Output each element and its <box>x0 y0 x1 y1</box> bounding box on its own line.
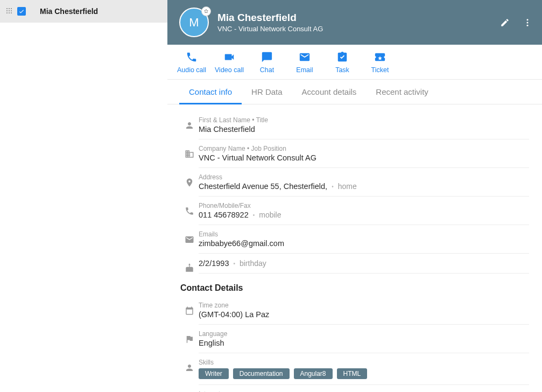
star-icon <box>203 9 209 14</box>
phone-field-icon <box>185 206 194 216</box>
edit-icon[interactable] <box>500 18 510 27</box>
favorite-badge[interactable] <box>201 6 211 16</box>
tabs: Contact info HR Data Account details Rec… <box>167 80 542 104</box>
drag-handle-icon[interactable] <box>6 8 13 15</box>
chat-button[interactable]: Chat <box>248 51 286 74</box>
skills-field-label: Skills <box>199 359 529 366</box>
cake-icon <box>185 263 194 273</box>
chat-icon <box>261 51 273 63</box>
tab-recent-activity[interactable]: Recent activity <box>366 80 438 104</box>
person-skills-icon <box>185 363 194 373</box>
header-actions <box>500 18 532 27</box>
audio-call-label: Audio call <box>177 66 206 74</box>
task-icon <box>336 51 348 63</box>
ticket-button[interactable]: Ticket <box>361 51 399 74</box>
video-icon <box>223 51 235 63</box>
skills-chips: Writer Documentation Angular8 HTML <box>199 367 529 379</box>
more-icon[interactable] <box>523 18 532 27</box>
task-label: Task <box>335 66 349 74</box>
contact-list-sidebar: Mia Chesterfield <box>0 0 167 392</box>
email-button[interactable]: Email <box>286 51 323 74</box>
svg-point-1 <box>527 22 529 23</box>
tab-contact-info[interactable]: Contact info <box>179 80 242 104</box>
email-field-label: Emails <box>199 230 529 238</box>
birthday-field-meta: birthday <box>240 259 266 268</box>
tab-hr-data[interactable]: HR Data <box>242 80 292 104</box>
person-icon <box>185 121 194 130</box>
name-field-value: Mia Chesterfield <box>199 125 255 134</box>
chat-label: Chat <box>260 66 274 74</box>
phone-icon <box>186 51 198 63</box>
calendar-icon <box>185 306 194 316</box>
timezone-field-label: Time zone <box>199 302 529 309</box>
phone-field-label: Phone/Mobile/Fax <box>199 202 529 209</box>
contact-detail-panel: M Mia Chesterfield VNC - Virtual Network… <box>167 0 542 392</box>
company-field-label: Company Name • Job Position <box>199 145 529 152</box>
location-icon <box>185 178 194 187</box>
contact-list-item-label: Mia Chesterfield <box>40 7 98 16</box>
video-call-button[interactable]: Video call <box>210 51 248 74</box>
email-icon <box>299 51 311 63</box>
action-bar: Audio call Video call Chat Email Task Ti… <box>167 45 542 80</box>
skill-chip[interactable]: Documentation <box>233 368 290 379</box>
field-skills: Skills Writer Documentation Angular8 HTM… <box>180 355 529 385</box>
phone-field-meta: mobile <box>259 211 281 219</box>
svg-point-2 <box>527 24 529 26</box>
address-field-meta: home <box>338 182 357 191</box>
skill-chip[interactable]: Angular8 <box>294 368 333 379</box>
email-field-icon <box>185 235 194 244</box>
field-address: Address Chesterfield Avenue 55, Chesterf… <box>180 170 529 197</box>
select-contact-checkbox[interactable] <box>17 7 26 16</box>
address-field-value: Chesterfield Avenue 55, Chesterfield, <box>199 182 327 191</box>
video-call-label: Video call <box>215 66 244 74</box>
language-field-value: English <box>199 339 224 347</box>
contact-name: Mia Chesterfield <box>217 12 323 24</box>
tab-account-details[interactable]: Account details <box>292 80 367 104</box>
skill-chip[interactable]: Writer <box>199 368 229 379</box>
building-icon <box>185 149 194 159</box>
field-birthday: 2/2/1993 • birthday <box>180 256 529 274</box>
field-timezone: Time zone (GMT-04:00) La Paz <box>180 298 529 325</box>
header-text: Mia Chesterfield VNC - Virtual Network C… <box>217 12 323 33</box>
email-field-value: zimbabye66@gmail.com <box>199 239 284 248</box>
contact-details-title: Contact Details <box>180 283 529 293</box>
phone-field-value: 011 45678922 <box>199 211 249 219</box>
timezone-field-value: (GMT-04:00) La Paz <box>199 310 269 319</box>
task-button[interactable]: Task <box>323 51 361 74</box>
contact-list-item[interactable]: Mia Chesterfield <box>0 0 167 23</box>
field-language: Language English <box>180 327 529 353</box>
avatar-container: M <box>179 8 209 37</box>
field-email: Emails zimbabye66@gmail.com <box>180 227 529 254</box>
checkmark-icon <box>18 8 25 15</box>
field-company: Company Name • Job Position VNC - Virtua… <box>180 142 529 168</box>
contact-company: VNC - Virtual Network Consult AG <box>217 25 323 33</box>
audio-call-button[interactable]: Audio call <box>173 51 210 74</box>
field-interests: Interests Climbing <box>180 387 529 392</box>
name-field-label: First & Last Name • Title <box>199 116 529 124</box>
contact-header: M Mia Chesterfield VNC - Virtual Network… <box>167 0 542 45</box>
birthday-field-value: 2/2/1993 <box>199 259 229 268</box>
field-name: First & Last Name • Title Mia Chesterfie… <box>180 113 529 139</box>
avatar-initial: M <box>189 16 199 30</box>
field-phone: Phone/Mobile/Fax 011 45678922 • mobile <box>180 199 529 225</box>
company-field-value: VNC - Virtual Network Consult AG <box>199 153 316 162</box>
content-scroll[interactable]: First & Last Name • Title Mia Chesterfie… <box>167 104 542 392</box>
ticket-label: Ticket <box>371 66 389 74</box>
address-field-label: Address <box>199 173 529 181</box>
language-field-label: Language <box>199 330 529 338</box>
skill-chip[interactable]: HTML <box>337 368 368 379</box>
email-label: Email <box>296 66 313 74</box>
flag-icon <box>185 334 194 344</box>
svg-point-0 <box>527 19 529 20</box>
ticket-icon <box>374 51 386 63</box>
